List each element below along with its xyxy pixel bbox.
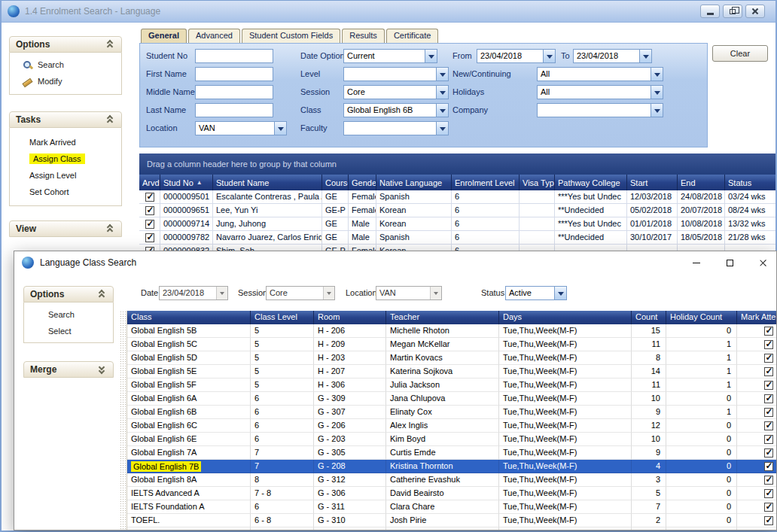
expand-chevron-icon[interactable] [98, 365, 107, 374]
tab[interactable]: Results [342, 29, 385, 43]
dropdown-arrow-icon[interactable] [639, 49, 652, 63]
view-panel-header[interactable]: View [9, 220, 122, 237]
class-row[interactable]: IELTS Advanced A 7 - 8 G - 306 David Bea… [127, 487, 777, 500]
column-header-mark-attendance[interactable]: Mark Atte [737, 311, 777, 324]
arrived-checkbox[interactable] [145, 220, 154, 229]
column-header-class-level[interactable]: Class Level [251, 311, 314, 324]
tasks-panel-header[interactable]: Tasks [9, 111, 122, 128]
dropdown-arrow-icon[interactable] [436, 67, 449, 81]
mark-attendance-checkbox[interactable] [764, 408, 773, 417]
tab[interactable]: Advanced [188, 29, 240, 43]
mark-attendance-checkbox[interactable] [764, 516, 773, 525]
column-header-native-language[interactable]: Native Language [376, 175, 452, 190]
enrolment-row[interactable]: 0000009501 Escalante Contreras , Paula A… [139, 190, 777, 204]
column-header-course[interactable]: Course [322, 175, 349, 190]
column-header-pathway-college[interactable]: Pathway College [555, 175, 627, 190]
column-header-stud-no[interactable]: Stud No▲ [160, 175, 213, 190]
mark-attendance-checkbox[interactable] [764, 340, 773, 349]
class-row[interactable]: Global English 6B 6 G - 307 Elinaty Cox … [127, 406, 777, 419]
class-row[interactable]: Global English 5D 5 H - 203 Martin Kovac… [127, 351, 777, 365]
column-header-room[interactable]: Room [314, 311, 386, 324]
location-select[interactable]: VAN [376, 286, 442, 300]
holidays-select[interactable]: All [537, 85, 663, 99]
class-row[interactable]: Global English 5E 5 H - 207 Katerina Soj… [127, 365, 777, 378]
arrived-checkbox[interactable] [145, 206, 154, 215]
task-item[interactable]: Assign Level [10, 167, 121, 184]
column-header-holiday-count[interactable]: Holiday Count [666, 311, 737, 324]
dropdown-arrow-icon[interactable] [554, 286, 567, 300]
class-row[interactable]: Global English 5F 5 H - 306 Julia Jackso… [127, 378, 777, 392]
first-name-input[interactable] [195, 67, 273, 81]
mark-attendance-checkbox[interactable] [764, 394, 773, 403]
from-date-picker[interactable]: 23/04/2018 [477, 49, 556, 63]
options-panel-header[interactable]: Options [9, 36, 122, 53]
class-row[interactable]: TOEFL. 6 - 8 G - 310 Josh Pirie Tue,Thu,… [127, 514, 777, 527]
close-button[interactable] [749, 251, 776, 274]
column-header-gender[interactable]: Gender [349, 175, 376, 190]
class-window-titlebar[interactable]: Language Class Search [14, 251, 776, 274]
task-item[interactable]: Mark Arrived [10, 134, 121, 150]
mark-attendance-checkbox[interactable] [764, 381, 773, 390]
middle-name-input[interactable] [195, 85, 273, 99]
enrolment-row[interactable]: 0000009782 Navarro Juarez, Carlos Enriqu… [139, 231, 777, 245]
mark-attendance-checkbox[interactable] [764, 354, 773, 363]
tab[interactable]: Certificate [386, 29, 439, 43]
class-row[interactable]: Global English 7A 7 G - 305 Curtis Emde … [127, 446, 777, 460]
dropdown-arrow-icon[interactable] [430, 287, 441, 299]
dropdown-arrow-icon[interactable] [436, 103, 449, 117]
new-continuing-select[interactable]: All [537, 67, 663, 81]
class-row[interactable]: Global English 6C 6 G - 206 Alex Inglis … [127, 419, 777, 433]
merge-panel-header[interactable]: Merge [23, 361, 114, 378]
collapse-chevron-icon[interactable] [106, 115, 115, 124]
last-name-input[interactable] [195, 103, 273, 117]
session-select[interactable]: Core [266, 286, 335, 300]
faculty-select[interactable] [343, 121, 449, 135]
column-header-end[interactable]: End [678, 175, 725, 190]
dropdown-arrow-icon[interactable] [651, 67, 663, 81]
dropdown-arrow-icon[interactable] [436, 121, 449, 135]
dropdown-arrow-icon[interactable] [651, 103, 663, 117]
minimize-button[interactable] [700, 5, 720, 18]
column-header-arvd[interactable]: Arvd [139, 175, 160, 190]
mark-attendance-checkbox[interactable] [764, 435, 773, 444]
column-header-count[interactable]: Count [632, 311, 666, 324]
class-row[interactable]: Global English 7B 7 G - 208 Kristina Tho… [127, 460, 777, 473]
task-item[interactable]: Assign Class [10, 150, 121, 167]
maximize-button[interactable] [716, 251, 743, 274]
class-row[interactable]: Global English 5C 5 H - 209 Megan McKell… [127, 338, 777, 351]
location-select[interactable]: VAN [195, 121, 287, 135]
mark-attendance-checkbox[interactable] [764, 476, 773, 485]
company-select[interactable] [537, 103, 663, 117]
column-header-status[interactable]: Status [725, 175, 777, 190]
session-select[interactable]: Core [343, 85, 449, 99]
column-header-enrolment-level[interactable]: Enrolment Level [452, 175, 520, 190]
date-option-select[interactable]: Current [343, 49, 437, 63]
dropdown-arrow-icon[interactable] [274, 121, 287, 135]
options-panel-header[interactable]: Options [23, 286, 114, 302]
enrolment-row[interactable]: 0000009651 Lee, Yun Yi GE-P Female Korea… [139, 204, 777, 217]
mark-attendance-checkbox[interactable] [764, 367, 773, 376]
tab[interactable]: Student Custom Fields [242, 29, 340, 43]
collapse-chevron-icon[interactable] [98, 290, 107, 299]
sidebar-item-select[interactable]: Select [24, 323, 113, 339]
dropdown-arrow-icon[interactable] [323, 287, 334, 299]
status-select[interactable]: Active [505, 286, 567, 300]
arrived-checkbox[interactable] [145, 193, 154, 202]
dropdown-arrow-icon[interactable] [436, 85, 449, 99]
collapse-chevron-icon[interactable] [106, 224, 115, 233]
dropdown-arrow-icon[interactable] [543, 49, 556, 63]
tab[interactable]: General [141, 29, 187, 43]
group-by-bar[interactable]: Drag a column header here to group by th… [139, 154, 777, 175]
dropdown-arrow-icon[interactable] [425, 49, 437, 63]
column-header-days[interactable]: Days [499, 311, 632, 324]
mark-attendance-checkbox[interactable] [764, 489, 773, 498]
sidebar-item-search[interactable]: Search [10, 56, 121, 73]
arrived-checkbox[interactable] [145, 233, 154, 242]
minimize-button[interactable] [683, 251, 710, 274]
close-button[interactable] [745, 5, 765, 18]
mark-attendance-checkbox[interactable] [764, 448, 773, 458]
mark-attendance-checkbox[interactable] [764, 327, 773, 336]
mark-attendance-checkbox[interactable] [764, 530, 773, 531]
class-row[interactable]: Global English 8A 8 G - 312 Catherine Ev… [127, 473, 777, 487]
dropdown-arrow-icon[interactable] [651, 85, 663, 99]
